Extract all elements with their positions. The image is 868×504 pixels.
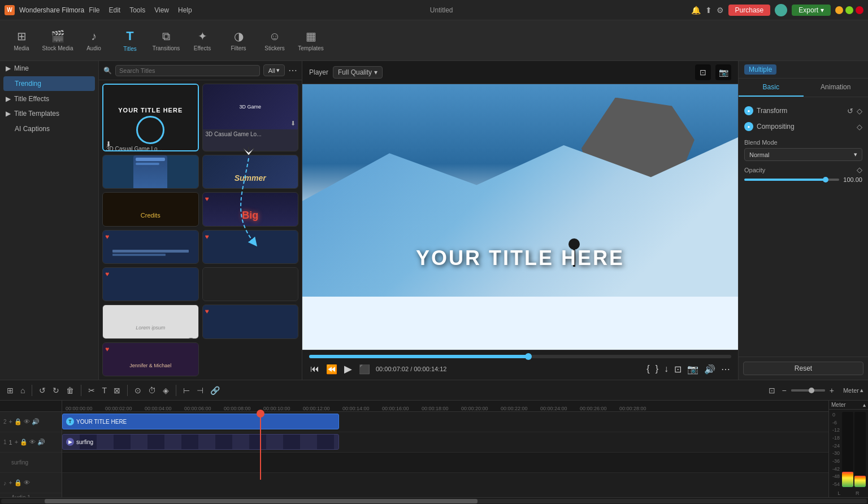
settings-icon[interactable]: ⚙ [717, 6, 724, 15]
quality-selector[interactable]: Full Quality ▾ [333, 66, 383, 79]
list-item[interactable]: ♥ Jennifer & Michael ⬇ Es Garden Wall Di… [102, 342, 199, 376]
color-button[interactable]: ◈ [160, 385, 171, 396]
mark-in-button[interactable]: { [645, 363, 650, 375]
notifications-icon[interactable]: 🔔 [691, 6, 701, 15]
compositing-section-header[interactable]: ● Compositing ◇ [744, 119, 862, 134]
menu-help[interactable]: Help [178, 6, 192, 14]
list-item[interactable]: + Presentation Overlay... [102, 155, 199, 189]
timeline-scrollbar[interactable] [0, 497, 868, 504]
track-lock-icon[interactable]: 🔒 [14, 479, 22, 486]
magnet-icon[interactable]: ⌂ [18, 385, 27, 396]
playhead[interactable] [260, 412, 261, 480]
sidebar-item-title-effects[interactable]: ▶ Title Effects [0, 92, 98, 106]
toolbar-media[interactable]: ⊞ Media [5, 24, 38, 58]
tab-basic[interactable]: Basic [739, 79, 804, 97]
list-item[interactable]: Lorem ipsum + Basic 6 [102, 305, 199, 338]
cut-button[interactable]: ✂ [86, 385, 97, 396]
track-lock-icon[interactable]: 🔒 [20, 438, 28, 446]
minimize-button[interactable] [835, 6, 843, 14]
skip-back-button[interactable]: ⏮ [309, 363, 320, 375]
purchase-button[interactable]: Purchase [728, 5, 771, 16]
transform-section-header[interactable]: ● Transform ↺ ◇ [744, 103, 862, 119]
toolbar-titles[interactable]: T Titles [113, 24, 147, 58]
progress-bar[interactable] [309, 355, 731, 358]
snapshot-button[interactable]: 📷 [686, 363, 700, 376]
timeline-tracks[interactable]: 00:00:00:00 00:00:02:00 00:00:04:00 00:0… [62, 401, 828, 497]
export-button[interactable]: Export ▾ [792, 5, 831, 16]
track-eye-icon[interactable]: 👁 [29, 438, 36, 446]
transform-reset-icon[interactable]: ↺ [847, 107, 853, 115]
reset-button[interactable]: Reset [743, 362, 863, 375]
volume-button[interactable]: 🔊 [703, 363, 717, 376]
track-add-icon[interactable]: + [9, 418, 12, 425]
text-button[interactable]: T [99, 385, 109, 396]
opacity-thumb[interactable] [823, 177, 828, 183]
menu-edit[interactable]: Edit [109, 6, 121, 14]
template-card-featured[interactable]: YOUR TITLE HERE ⬇ 3D Casual Game Lo... [102, 84, 199, 151]
transform-expand-icon[interactable]: ◇ [857, 107, 862, 115]
list-item[interactable]: 3D Game ⬇ 3D Casual Game Lo... [202, 84, 299, 151]
mark-out-button[interactable]: } [654, 363, 659, 375]
frame-back-button[interactable]: ⏪ [325, 363, 338, 376]
blend-mode-select[interactable]: Normal ▾ [744, 148, 862, 161]
add-to-timeline-button[interactable]: ↓ [663, 363, 670, 375]
list-item[interactable]: ♥ ⬇ Presentation Overlay... [202, 305, 299, 338]
delete-button[interactable]: 🗑 [64, 385, 76, 396]
toolbar-stickers[interactable]: ☺ Stickers [258, 24, 292, 58]
track-lock-icon[interactable]: 🔒 [14, 418, 22, 425]
toolbar-stock-media[interactable]: 🎬 Stock Media [41, 24, 75, 58]
zoom-slider[interactable] [791, 389, 825, 392]
tab-animation[interactable]: Animation [804, 79, 869, 97]
join-button[interactable]: ⊣ [194, 385, 206, 396]
list-item[interactable]: ♥ + Presentation Overlay... [202, 230, 299, 264]
toolbar-templates[interactable]: ▦ Templates [294, 24, 328, 58]
list-item[interactable]: + Basic 1 [202, 267, 299, 301]
scene-icon[interactable]: ⊞ [5, 385, 16, 396]
track-add-icon[interactable]: + [9, 479, 12, 486]
track-audio-icon[interactable]: 🔊 [32, 418, 40, 425]
redo-button[interactable]: ↻ [50, 385, 62, 396]
crop-button[interactable]: ⊠ [111, 385, 123, 396]
close-button[interactable] [856, 6, 863, 14]
video-clip[interactable]: ▶ surfing [62, 434, 339, 450]
compositing-expand-icon[interactable]: ◇ [857, 123, 862, 131]
sidebar-item-trending[interactable]: Trending [3, 76, 95, 91]
menu-view[interactable]: View [154, 6, 169, 14]
toolbar-transitions[interactable]: ⧉ Transitions [149, 24, 183, 58]
list-item[interactable]: Credits ⬇ Credit 6 [102, 192, 199, 226]
maximize-button[interactable] [845, 6, 853, 14]
track-eye-icon[interactable]: 👁 [24, 418, 30, 425]
screenshot-button[interactable]: 📷 [715, 64, 731, 80]
speed-button[interactable]: ⊙ [132, 385, 144, 396]
track-eye-icon[interactable]: 👁 [24, 479, 30, 486]
split-button[interactable]: ⊢ [181, 385, 192, 396]
list-item[interactable]: Summer ⬇ Summer Set Sunshi... [202, 155, 299, 189]
opacity-expand-icon[interactable]: ◇ [857, 166, 862, 174]
filter-all-button[interactable]: All ▾ [263, 64, 285, 76]
opacity-slider[interactable] [744, 179, 839, 181]
scrollbar-thumb[interactable] [45, 499, 478, 503]
list-item[interactable]: ♥ Big 3D Casual Game Titl... [202, 192, 299, 226]
list-item[interactable]: ♥ Presentation Overlay... [102, 230, 199, 264]
toolbar-effects[interactable]: ✦ Effects [185, 24, 219, 58]
toolbar-audio[interactable]: ♪ Audio [77, 24, 111, 58]
time-button[interactable]: ⏱ [146, 385, 158, 396]
zoom-in-button[interactable]: + [827, 385, 836, 396]
sidebar-item-title-templates[interactable]: ▶ Title Templates [0, 106, 98, 121]
track-audio-icon[interactable]: 🔊 [37, 438, 45, 446]
play-button[interactable]: ▶ [343, 362, 353, 376]
meter-toggle[interactable]: ▴ [863, 402, 866, 408]
more-options-button[interactable]: ⋯ [288, 65, 297, 76]
progress-thumb[interactable] [525, 353, 532, 360]
zoom-out-button[interactable]: − [780, 385, 789, 396]
sidebar-item-ai-captions[interactable]: AI Captions [3, 121, 95, 136]
compositing-toggle[interactable]: ● [744, 122, 753, 131]
title-clip[interactable]: T YOUR TITLE HERE [62, 414, 339, 429]
track-add-icon[interactable]: + [15, 438, 18, 446]
link-button[interactable]: 🔗 [208, 385, 222, 396]
list-item[interactable]: ♥ Presentation Overlay... [102, 267, 199, 301]
pip-button[interactable]: ⊡ [673, 363, 683, 376]
user-avatar[interactable] [775, 4, 787, 16]
menu-tools[interactable]: Tools [129, 6, 145, 14]
more-playback-button[interactable]: ⋯ [720, 363, 731, 376]
